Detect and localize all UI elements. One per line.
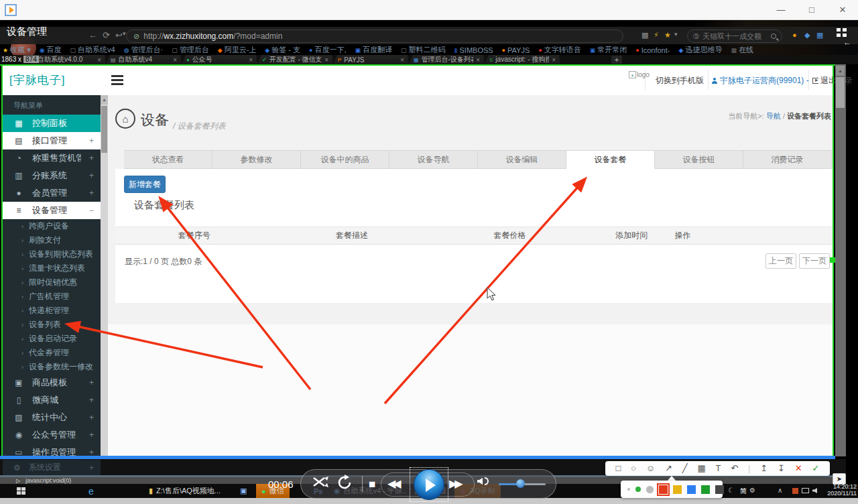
annotation-tool[interactable]: ☺	[646, 461, 655, 476]
star-icon[interactable]: ★	[664, 31, 671, 40]
bookmark-item[interactable]: ● Iconfont-	[635, 46, 670, 54]
sidebar-subitem[interactable]: › 设备列表	[3, 318, 101, 332]
bookmark-item[interactable]: ● PAYJS	[502, 46, 530, 54]
repeat-icon[interactable]	[336, 475, 353, 491]
sidebar-item[interactable]: ▣ 商品模板 +	[3, 374, 101, 391]
device-tab[interactable]: 设备编辑	[478, 150, 566, 169]
maximize-button[interactable]: □	[802, 4, 822, 16]
search-icon[interactable]	[771, 34, 776, 39]
region-resize-handle[interactable]	[830, 257, 835, 263]
sidebar-subitem[interactable]: › 设备启动记录	[3, 332, 101, 346]
browser-tab[interactable]: ✔ 开发配置 - 微信支付商户 ×	[257, 55, 333, 64]
player-back-icon[interactable]: ←	[843, 38, 851, 47]
bookmark-item[interactable]: ★ 收藏 ▾	[3, 45, 31, 55]
star-caret-icon[interactable]: ▾	[674, 31, 678, 38]
next-page-button[interactable]: 下一页	[799, 253, 830, 269]
stop-icon[interactable]: ■	[369, 478, 375, 491]
annotation-tool[interactable]: ▦	[697, 461, 705, 476]
tray-chevron-icon[interactable]: ∧	[778, 487, 782, 494]
sidebar-item[interactable]: ▯ 微商城 +	[3, 391, 101, 409]
rollback-icon[interactable]: ↩	[115, 30, 123, 40]
bookmark-item[interactable]: ◉ 百度	[40, 45, 62, 55]
tab-close-icon[interactable]: ×	[476, 56, 480, 64]
sidebar-item[interactable]: ● 会员管理 +	[3, 184, 101, 202]
browser-tab[interactable]: S javascript: - 搜狗搜索 ×	[485, 55, 560, 64]
color-swatch-dark[interactable]	[715, 485, 724, 494]
sidebar-subitem[interactable]: › 快递柜管理	[3, 304, 101, 318]
search-input[interactable]: Ⓢ 天猫双十一成交额	[687, 29, 782, 43]
user-menu[interactable]: 宇脉电子运营商(99901) - 齐..	[712, 75, 811, 86]
sidebar-item[interactable]: ▥ 分账系统 +	[3, 167, 101, 184]
start-button[interactable]	[12, 484, 29, 498]
color-swatch-blue[interactable]	[687, 485, 696, 494]
sidebar-subitem[interactable]: › 设备到期状态列表	[3, 247, 101, 261]
volume-knob[interactable]	[516, 479, 525, 488]
device-tab[interactable]: 设备中的商品	[301, 150, 389, 169]
back-icon[interactable]: ←	[88, 30, 97, 40]
new-tab-button[interactable]: +	[611, 56, 622, 64]
annotation-tool[interactable]: □	[615, 461, 621, 476]
flash-icon[interactable]: ⚡	[654, 31, 659, 40]
brand-logo[interactable]: [宇脉电子]	[9, 72, 65, 88]
annotation-tool[interactable]: |	[748, 461, 750, 476]
url-bar[interactable]: ⊘ http://wx.zizhuxitong.com/?mod=admin	[126, 29, 623, 43]
color-swatch-yellow[interactable]	[673, 485, 682, 494]
rewind-icon[interactable]: ◀◀	[387, 477, 399, 490]
sidebar-item[interactable]: ≡ 设备管理 −	[3, 202, 101, 219]
bookmark-item[interactable]: ▮ SIMBOSS	[454, 46, 493, 54]
sidebar-subitem[interactable]: › 代金券管理	[3, 346, 101, 360]
ime-indicator[interactable]: 简	[740, 487, 747, 496]
taskbar-folder[interactable]: ▮ Z:\售后\AQ视频地...	[149, 484, 221, 498]
bookmark-item[interactable]: ▢ 自助系统v4	[70, 45, 115, 55]
recorder-float-button[interactable]: ➤	[833, 473, 846, 485]
rollback-caret-icon[interactable]: ▾	[123, 30, 126, 37]
qr-icon[interactable]: ▩	[641, 31, 648, 40]
switch-mobile-link[interactable]: 切换到手机版	[656, 75, 704, 86]
sidebar-item[interactable]: ▭ 操作员管理 +	[3, 444, 101, 456]
notify-icon[interactable]: ●	[792, 31, 797, 39]
browser-tab[interactable]: ▦ 管理后台-设备列表 ×	[409, 55, 485, 64]
size-small-dot[interactable]	[627, 488, 630, 491]
breadcrumb-link[interactable]: 导航	[766, 112, 781, 120]
moon-icon[interactable]: ☾	[728, 487, 734, 494]
refresh-icon[interactable]: ⟳	[103, 30, 110, 40]
browser-tab[interactable]: P PAYJS ×	[333, 55, 409, 64]
sidebar-item[interactable]: ▦ 控制面板	[3, 115, 101, 132]
clock[interactable]: 14:20:12 2020/11/11	[823, 483, 857, 497]
tab-close-icon[interactable]: ×	[173, 56, 177, 64]
bookmark-item[interactable]: ◍ 管理后台·	[124, 45, 164, 55]
apps-icon[interactable]: ▦	[816, 31, 823, 40]
sidebar-subitem[interactable]: › 流量卡状态列表	[3, 261, 101, 275]
tab-close-icon[interactable]: ×	[552, 56, 556, 64]
bookmark-item[interactable]: ◆ 迅捷思维导	[678, 45, 722, 55]
browser-tab[interactable]: ▤ 自助系统v4 ×	[106, 55, 182, 64]
menu-toggle-icon[interactable]	[111, 73, 126, 86]
color-swatch-green[interactable]	[701, 485, 710, 494]
display-icon[interactable]	[802, 488, 809, 493]
store-icon[interactable]: ▣	[240, 484, 247, 498]
annotation-tool[interactable]: ↥	[760, 461, 768, 476]
annotation-tool[interactable]: ✕	[795, 461, 802, 476]
tab-close-icon[interactable]: ×	[324, 56, 328, 64]
sidebar-subitem[interactable]: › 限时促销优惠	[3, 275, 101, 290]
bookmark-item[interactable]: ▣ 百度翻译	[355, 45, 393, 55]
sidebar-subitem[interactable]: › 广告机管理	[3, 290, 101, 304]
annotation-tool[interactable]: ↶	[731, 461, 738, 476]
device-tab[interactable]: 消费记录	[743, 150, 832, 169]
sidebar-item[interactable]: ◔ 称重售货机管理 +	[3, 149, 101, 167]
bookmark-item[interactable]: ▢ 塑料二维码	[401, 45, 446, 55]
device-tab[interactable]: 状态查看	[124, 150, 212, 169]
device-tab[interactable]: 参数修改	[212, 150, 301, 169]
minimize-button[interactable]: —	[771, 4, 791, 16]
bookmark-item[interactable]: ◆ 阿里云-上	[218, 45, 257, 55]
close-button[interactable]: ✕	[833, 4, 853, 16]
device-tab[interactable]: 设备导航	[389, 150, 478, 169]
player-grid-icon[interactable]	[837, 28, 847, 38]
bookmark-item[interactable]: ● 百度一下,	[309, 45, 347, 55]
bookmark-item[interactable]: ● 文字转语音	[538, 45, 580, 55]
bookmark-item[interactable]: ▦ 在线批量生	[731, 45, 753, 55]
add-package-button[interactable]: 新增套餐	[124, 176, 166, 193]
prev-page-button[interactable]: 上一页	[765, 253, 796, 269]
sidebar-scrollbar[interactable]: ▲	[101, 95, 108, 456]
scroll-up-icon[interactable]: ▲	[101, 95, 108, 105]
